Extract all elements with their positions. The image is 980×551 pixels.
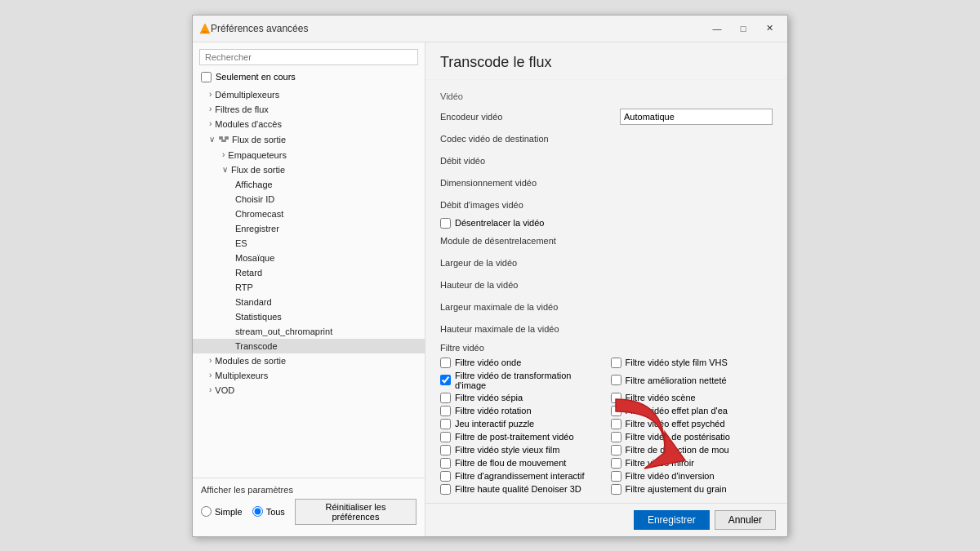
field-input-encodeur[interactable] bbox=[620, 109, 773, 125]
sidebar-bottom: Afficher les paramètres Simple Tous Réin… bbox=[193, 478, 425, 536]
search-input[interactable] bbox=[199, 49, 418, 65]
label-detection-mou: Filtre de détection de mou bbox=[626, 445, 729, 455]
checkbox-agrandissement[interactable] bbox=[440, 471, 451, 482]
tree: › Démultiplexeurs › Filtres de flux › Mo… bbox=[193, 87, 425, 478]
tree-item-enregistrer[interactable]: Enregistrer bbox=[193, 221, 425, 236]
content-panel: Transcode le flux Vidéo Encodeur vidéo C… bbox=[425, 42, 787, 503]
tree-label: Chromecast bbox=[235, 209, 283, 219]
tree-item-empaqueteurs[interactable]: › Empaqueteurs bbox=[193, 148, 425, 162]
checkbox-denoiser[interactable] bbox=[440, 484, 451, 495]
filter-psyche: Filtre vidéo effet psychéd bbox=[611, 419, 773, 429]
tree-label: Modules de sortie bbox=[215, 356, 286, 366]
filter-effet-plan: Filtre vidéo effet plan d'ea bbox=[611, 406, 773, 416]
label-transformation: Filtre vidéo de transformation d'image bbox=[455, 371, 603, 390]
tree-item-choisir-id[interactable]: Choisir ID bbox=[193, 192, 425, 207]
filter-style-vhs: Filtre vidéo style film VHS bbox=[611, 358, 773, 368]
preferences-window: Préférences avancées — □ ✕ Seulement en … bbox=[192, 15, 788, 537]
checkbox-jeu[interactable] bbox=[440, 419, 451, 429]
main-content: Seulement en cours › Démultiplexeurs › F… bbox=[193, 42, 787, 536]
label-denoiser: Filtre haute qualité Denoiser 3D bbox=[455, 484, 581, 494]
bottom-bar: Enregistrer Annuler bbox=[425, 503, 787, 536]
tree-label: Enregistrer bbox=[235, 224, 279, 233]
tree-item-flux-sortie-child[interactable]: ∨ Flux de sortie bbox=[193, 162, 425, 177]
checkbox-sepia[interactable] bbox=[440, 393, 451, 403]
tree-label: Démultiplexeurs bbox=[215, 90, 279, 100]
save-button[interactable]: Enregistrer bbox=[634, 510, 710, 530]
checkbox-miroir[interactable] bbox=[611, 458, 621, 469]
label-post-traitement: Filtre de post-traitement vidéo bbox=[455, 432, 574, 442]
svg-rect-4 bbox=[221, 140, 226, 142]
field-label-largeur-max: Largeur maximale de la vidéo bbox=[440, 302, 620, 312]
titlebar: Préférences avancées — □ ✕ bbox=[193, 16, 787, 42]
tree-item-modules-acces[interactable]: › Modules d'accès bbox=[193, 117, 425, 131]
only-current-checkbox[interactable] bbox=[201, 72, 212, 82]
checkbox-post-traitement[interactable] bbox=[440, 432, 451, 442]
checkbox-transformation[interactable] bbox=[440, 375, 451, 385]
tree-item-multiplexeurs[interactable]: › Multiplexeurs bbox=[193, 368, 425, 383]
filter-nettete: Filtre amélioration netteté bbox=[611, 371, 773, 390]
tree-label: Flux de sortie bbox=[232, 135, 286, 144]
filter-jeu: Jeu interactif puzzle bbox=[440, 419, 603, 429]
tree-item-es[interactable]: ES bbox=[193, 236, 425, 251]
arrow-icon: › bbox=[209, 371, 212, 380]
checkbox-psyche[interactable] bbox=[611, 419, 621, 429]
tree-item-chromecast[interactable]: Chromecast bbox=[193, 207, 425, 221]
field-debit-images: Débit d'images vidéo bbox=[440, 196, 773, 214]
filter-detection-mou: Filtre de détection de mou bbox=[611, 445, 773, 455]
filter-section-label: Filtre vidéo bbox=[440, 343, 773, 353]
checkbox-flou[interactable] bbox=[440, 458, 451, 469]
tree-item-standard[interactable]: Standard bbox=[193, 295, 425, 309]
tree-item-statistiques[interactable]: Statistiques bbox=[193, 309, 425, 324]
cancel-button[interactable]: Annuler bbox=[715, 510, 776, 530]
filter-denoiser: Filtre haute qualité Denoiser 3D bbox=[440, 484, 603, 495]
checkbox-posterisation[interactable] bbox=[611, 432, 621, 442]
tree-item-flux-sortie-parent[interactable]: ∨ Flux de sortie bbox=[193, 131, 425, 148]
checkbox-onde[interactable] bbox=[440, 358, 451, 368]
tree-item-stream-out[interactable]: stream_out_chromaprint bbox=[193, 324, 425, 339]
checkbox-desentrelacer[interactable] bbox=[440, 218, 451, 229]
minimize-button[interactable]: — bbox=[706, 20, 728, 37]
maximize-button[interactable]: □ bbox=[732, 20, 755, 37]
tree-item-vod[interactable]: › VOD bbox=[193, 383, 425, 398]
tree-item-filtres-flux[interactable]: › Filtres de flux bbox=[193, 102, 425, 117]
radio-tous[interactable]: Tous bbox=[252, 506, 285, 517]
checkbox-effet-plan[interactable] bbox=[611, 406, 621, 416]
arrow-icon: › bbox=[209, 356, 212, 365]
filter-grain: Filtre ajustement du grain bbox=[611, 484, 773, 495]
checkbox-detection-mou[interactable] bbox=[611, 445, 621, 455]
checkbox-rotation[interactable] bbox=[440, 406, 451, 416]
close-button[interactable]: ✕ bbox=[758, 20, 781, 37]
radio-tous-input[interactable] bbox=[252, 506, 263, 517]
filter-sepia: Filtre vidéo sépia bbox=[440, 393, 603, 403]
checkbox-style-vhs[interactable] bbox=[611, 358, 621, 368]
reinit-button[interactable]: Réinitialiser les préférences bbox=[295, 499, 416, 525]
afficher-label: Afficher les paramètres bbox=[201, 485, 416, 495]
label-inversion: Filtre vidéo d'inversion bbox=[626, 471, 715, 481]
tree-item-transcode[interactable]: Transcode bbox=[193, 339, 425, 353]
tree-item-affichage[interactable]: Affichage bbox=[193, 177, 425, 192]
tree-item-rtp[interactable]: RTP bbox=[193, 280, 425, 295]
search-box bbox=[199, 49, 418, 65]
tree-label: Modules d'accès bbox=[215, 119, 282, 129]
field-debit-video: Débit vidéo bbox=[440, 152, 773, 170]
tree-item-retard[interactable]: Retard bbox=[193, 265, 425, 280]
tree-item-mosaique[interactable]: Mosaïque bbox=[193, 251, 425, 265]
checkbox-inversion[interactable] bbox=[611, 471, 621, 482]
svg-rect-1 bbox=[203, 31, 207, 33]
checkbox-vieux-film[interactable] bbox=[440, 445, 451, 455]
filters-grid: Filtre vidéo onde Filtre vidéo style fil… bbox=[440, 358, 773, 495]
checkbox-scene[interactable] bbox=[611, 393, 621, 403]
label-nettete: Filtre amélioration netteté bbox=[626, 375, 727, 385]
radio-simple-input[interactable] bbox=[201, 506, 212, 517]
field-dimensionnement: Dimensionnement vidéo bbox=[440, 174, 773, 192]
field-largeur: Largeur de la vidéo bbox=[440, 254, 773, 272]
tree-item-demultiplexeurs[interactable]: › Démultiplexeurs bbox=[193, 87, 425, 102]
radio-simple[interactable]: Simple bbox=[201, 506, 243, 517]
arrow-icon: ∨ bbox=[209, 135, 215, 144]
arrow-icon: ∨ bbox=[222, 165, 228, 174]
tree-label: Filtres de flux bbox=[215, 104, 268, 114]
checkbox-nettete[interactable] bbox=[611, 375, 621, 385]
tree-label: Choisir ID bbox=[235, 194, 274, 204]
checkbox-grain[interactable] bbox=[611, 484, 621, 495]
tree-item-modules-sortie[interactable]: › Modules de sortie bbox=[193, 353, 425, 368]
